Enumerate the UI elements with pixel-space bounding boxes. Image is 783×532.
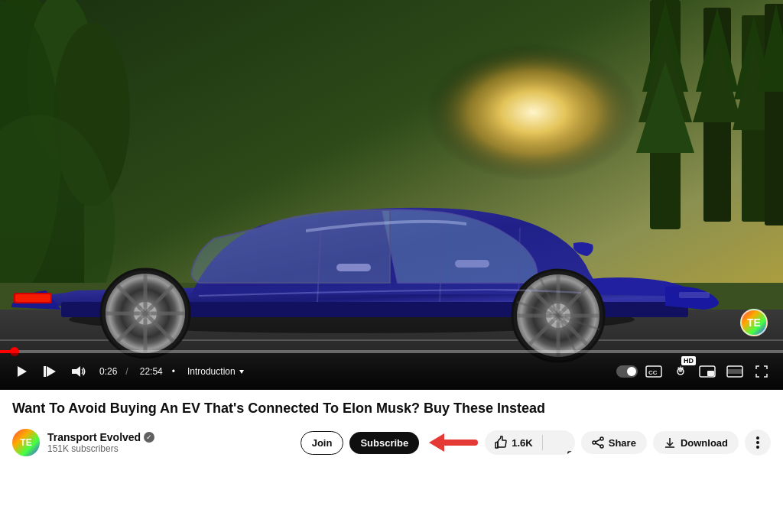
share-button[interactable]: Share [581, 431, 647, 454]
channel-info: Transport Evolved ✓ 151K subscribers [47, 431, 154, 454]
like-button[interactable]: 1.6K [485, 430, 541, 455]
svg-marker-55 [239, 370, 244, 374]
svg-point-64 [593, 441, 596, 444]
download-button[interactable]: Download [653, 431, 739, 454]
svg-marker-51 [18, 366, 27, 377]
verified-badge: ✓ [144, 432, 154, 443]
svg-rect-32 [455, 260, 489, 268]
subscribe-button[interactable]: Subscribe [349, 432, 419, 454]
svg-marker-54 [72, 366, 80, 377]
dislike-button[interactable] [543, 430, 575, 455]
channel-row: TE Transport Evolved ✓ 151K subscribers … [12, 426, 771, 459]
play-button[interactable] [11, 361, 32, 382]
channel-watermark: TE [740, 309, 768, 336]
like-dislike-group: 1.6K [485, 430, 574, 455]
video-player: TE [0, 0, 783, 390]
time-dot: • [172, 366, 175, 377]
svg-marker-53 [47, 366, 56, 377]
channel-name[interactable]: Transport Evolved [47, 431, 141, 443]
svg-marker-62 [429, 433, 444, 452]
time-current: 0:26 [99, 366, 117, 377]
controls-bar: 0:26 / 22:54 • Introduction [0, 353, 783, 390]
svg-point-71 [756, 446, 759, 449]
chapter-label[interactable]: Introduction [187, 366, 245, 377]
svg-rect-61 [727, 369, 742, 374]
fullscreen-button[interactable] [751, 361, 772, 382]
more-options-button[interactable] [745, 430, 771, 456]
svg-point-65 [600, 445, 603, 448]
volume-button[interactable] [67, 361, 89, 382]
time-separator: / [125, 366, 128, 377]
action-buttons: Join Subscribe [301, 426, 771, 459]
svg-text:CC: CC [648, 369, 658, 376]
video-title: Want To Avoid Buying An EV That's Connec… [12, 399, 771, 418]
right-controls: CC HD [613, 361, 772, 382]
autoplay-toggle[interactable] [616, 365, 638, 378]
below-video: Want To Avoid Buying An EV That's Connec… [0, 390, 783, 459]
channel-name-row: Transport Evolved ✓ [47, 431, 154, 443]
video-thumbnail [0, 0, 783, 390]
svg-rect-59 [707, 371, 714, 376]
svg-line-66 [596, 440, 600, 442]
svg-rect-52 [44, 366, 46, 377]
like-count: 1.6K [512, 437, 532, 449]
subscriber-count: 151K subscribers [47, 443, 154, 454]
time-total: 22:54 [140, 366, 163, 377]
miniplayer-button[interactable] [696, 362, 719, 381]
svg-rect-31 [336, 264, 371, 271]
svg-point-69 [756, 436, 759, 440]
svg-line-67 [596, 443, 600, 446]
channel-avatar[interactable]: TE [12, 429, 40, 456]
hd-badge: HD [681, 356, 696, 365]
arrow-indicator [425, 426, 479, 459]
theater-button[interactable] [723, 362, 746, 381]
autoplay-control[interactable] [613, 365, 638, 378]
svg-point-63 [600, 437, 603, 440]
skip-button[interactable] [40, 362, 60, 381]
settings-wrapper: HD [670, 361, 691, 382]
svg-rect-25 [679, 292, 710, 298]
join-button[interactable]: Join [301, 431, 344, 455]
cc-button[interactable]: CC [642, 362, 665, 381]
svg-rect-27 [15, 294, 50, 302]
page-wrapper: TE [0, 0, 783, 459]
svg-point-70 [756, 441, 759, 444]
